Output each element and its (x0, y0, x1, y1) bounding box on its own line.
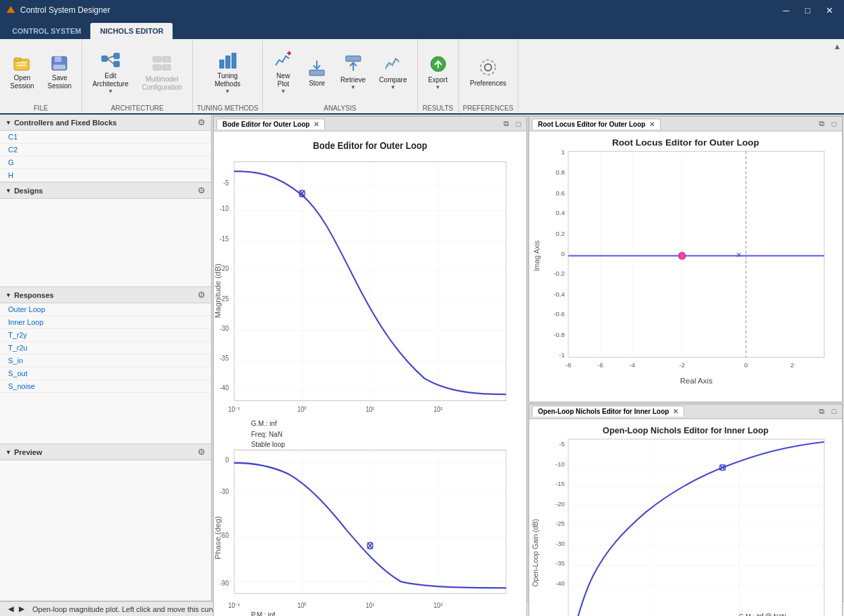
svg-rect-17 (220, 60, 224, 68)
tuning-methods-label-group: TuningMethods ▼ (214, 72, 240, 94)
controllers-chevron: ▼ (5, 119, 11, 126)
store-button[interactable]: Store (301, 49, 333, 97)
open-session-button[interactable]: OpenSession (4, 49, 40, 97)
results-group-label: RESULTS (423, 103, 453, 112)
status-bar-arrows: ◀ ▶ (5, 604, 27, 615)
svg-text:-5: -5 (559, 440, 564, 448)
status-arrow-left[interactable]: ◀ (5, 604, 16, 615)
svg-rect-113 (568, 439, 824, 616)
ribbon-collapse-icon: ▲ (833, 42, 841, 51)
nichols-undock-button[interactable]: ⧉ (816, 406, 827, 417)
nichols-maximize-button[interactable]: □ (828, 406, 839, 417)
compare-button[interactable]: Compare ▼ (373, 49, 413, 97)
retrieve-icon (344, 55, 363, 73)
response-item-sout[interactable]: S_out (0, 367, 211, 380)
svg-text:P.M.: inf: P.M.: inf (251, 610, 276, 616)
new-plot-label: NewPlot (276, 72, 290, 88)
bode-tab[interactable]: Bode Editor for Outer Loop ✕ (216, 119, 325, 129)
root-locus-close-icon[interactable]: ✕ (649, 121, 655, 128)
svg-text:-0.2: -0.2 (553, 270, 564, 277)
response-item-tr2u[interactable]: T_r2u (0, 342, 211, 355)
svg-rect-8 (102, 56, 107, 61)
bode-close-icon[interactable]: ✕ (313, 121, 319, 128)
preferences-label: Preferences (470, 80, 506, 88)
svg-text:-20: -20 (555, 499, 565, 507)
edit-architecture-arrow: ▼ (108, 88, 113, 94)
tab-control-system[interactable]: CONTROL SYSTEM (3, 23, 90, 39)
responses-gear-icon[interactable]: ⚙ (198, 290, 206, 300)
svg-text:G.M.: inf: G.M.: inf (251, 419, 277, 428)
nichols-tab[interactable]: Open-Loop Nichols Editor for Inner Loop … (532, 406, 684, 417)
svg-text:-1: -1 (559, 351, 564, 359)
designs-header[interactable]: ▼ Designs ⚙ (0, 183, 211, 199)
ribbon-collapse[interactable]: ▲ (831, 39, 844, 113)
architecture-group-label: ARCHITECTURE (111, 103, 163, 112)
responses-section: ▼ Responses ⚙ Outer Loop Inner Loop T_r2… (0, 287, 211, 444)
preview-gear-icon[interactable]: ⚙ (198, 447, 206, 457)
nichols-tab-controls: ⧉ □ (816, 406, 839, 417)
ribbon-group-architecture: EditArchitecture ▼ MultimodelConfigurati… (82, 39, 193, 113)
export-button[interactable]: Export ▼ (422, 49, 454, 97)
controller-item-g[interactable]: G (0, 156, 211, 169)
controllers-header[interactable]: ▼ Controllers and Fixed Blocks ⚙ (0, 115, 211, 131)
export-label-group: Export ▼ (428, 76, 448, 90)
response-item-snoise[interactable]: S_noise (0, 380, 211, 393)
response-item-outer-loop[interactable]: Outer Loop (0, 303, 211, 316)
nichols-close-icon[interactable]: ✕ (673, 408, 678, 415)
svg-text:10²: 10² (433, 601, 443, 609)
designs-gear-icon[interactable]: ⚙ (198, 185, 206, 195)
svg-text:-2: -2 (680, 361, 685, 369)
architecture-buttons: EditArchitecture ▼ MultimodelConfigurati… (86, 42, 188, 103)
root-locus-tab-controls: ⧉ □ (816, 119, 839, 129)
maximize-button[interactable]: □ (798, 3, 817, 17)
compare-arrow: ▼ (390, 84, 396, 90)
root-locus-undock-button[interactable]: ⧉ (816, 119, 827, 129)
response-item-tr2y[interactable]: T_r2y (0, 329, 211, 342)
controller-item-h[interactable]: H (0, 169, 211, 182)
controllers-section: ▼ Controllers and Fixed Blocks ⚙ C1 C2 G… (0, 115, 211, 183)
file-group-label: FILE (34, 103, 48, 112)
status-arrow-right[interactable]: ▶ (16, 604, 27, 615)
svg-rect-15 (153, 65, 161, 70)
minimize-button[interactable]: ─ (777, 3, 795, 17)
svg-rect-7 (53, 65, 65, 69)
compare-label-group: Compare ▼ (379, 76, 406, 90)
controller-item-c2[interactable]: C2 (0, 144, 211, 156)
bode-maximize-button[interactable]: □ (513, 119, 524, 129)
responses-header[interactable]: ▼ Responses ⚙ (0, 287, 211, 303)
analysis-buttons: NewPlot ▼ Store (267, 42, 413, 103)
new-plot-label-group: NewPlot ▼ (276, 72, 290, 94)
controllers-gear-icon[interactable]: ⚙ (198, 117, 206, 127)
svg-text:-35: -35 (555, 559, 565, 567)
new-plot-button[interactable]: NewPlot ▼ (267, 49, 299, 97)
export-label: Export (428, 76, 448, 84)
root-locus-maximize-button[interactable]: □ (828, 119, 839, 129)
title-bar-controls: ─ □ ✕ (777, 3, 839, 17)
designs-title: ▼ Designs (5, 187, 43, 195)
responses-chevron: ▼ (5, 292, 11, 299)
edit-architecture-button[interactable]: EditArchitecture ▼ (86, 49, 134, 97)
preview-header[interactable]: ▼ Preview ⚙ (0, 444, 211, 460)
controller-item-c1[interactable]: C1 (0, 131, 211, 144)
results-buttons: Export ▼ (422, 42, 454, 103)
retrieve-button[interactable]: Retrieve ▼ (334, 49, 371, 97)
close-button[interactable]: ✕ (820, 3, 839, 17)
svg-text:Open-Loop Gain (dB): Open-Loop Gain (dB) (531, 519, 539, 587)
svg-text:-0.4: -0.4 (553, 290, 564, 298)
response-item-inner-loop[interactable]: Inner Loop (0, 316, 211, 329)
svg-rect-22 (309, 70, 324, 75)
bode-undock-button[interactable]: ⧉ (501, 119, 512, 129)
root-locus-tab[interactable]: Root Locus Editor for Outer Loop ✕ (532, 119, 661, 129)
svg-text:-8: -8 (566, 361, 571, 369)
preferences-button[interactable]: Preferences (464, 49, 512, 97)
svg-rect-18 (226, 56, 230, 68)
svg-text:-10: -10 (220, 205, 229, 213)
save-session-button[interactable]: SaveSession (42, 49, 78, 97)
tuning-methods-button[interactable]: TuningMethods ▼ (208, 49, 246, 97)
multimodel-config-button: MultimodelConfiguration (136, 49, 188, 97)
nichols-plot-content: Open-Loop Nichols Editor for Inner Loop … (529, 419, 842, 616)
response-item-sin[interactable]: S_in (0, 355, 211, 367)
tab-nichols-editor[interactable]: NICHOLS EDITOR (90, 23, 173, 39)
svg-point-25 (485, 64, 491, 71)
svg-text:-25: -25 (555, 520, 565, 527)
